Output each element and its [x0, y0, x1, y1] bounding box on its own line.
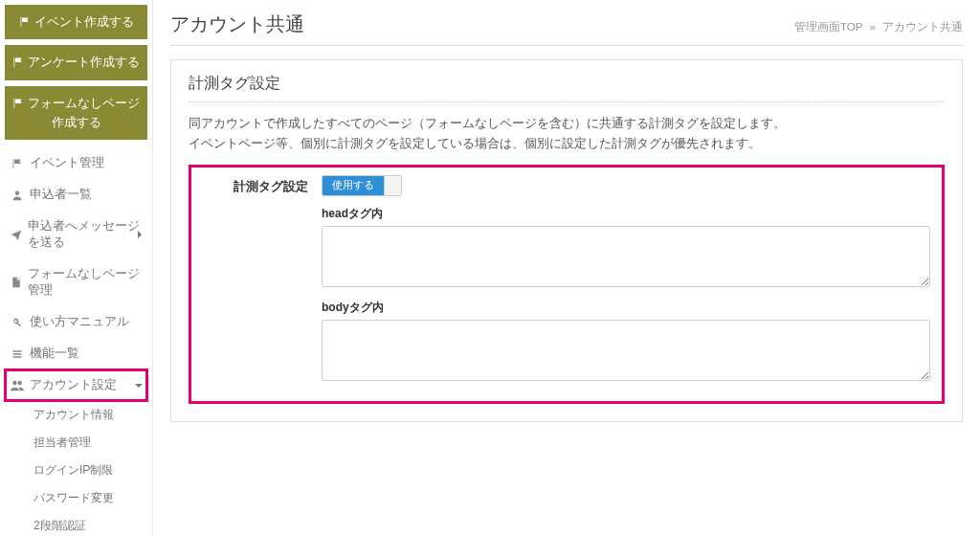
create-formless-button[interactable]: フォームなしページ 作成する: [5, 86, 147, 141]
nav-features[interactable]: 機能一覧: [5, 338, 147, 369]
section-title: 計測タグ設定: [189, 74, 945, 102]
chevron-down-icon: [134, 382, 144, 390]
nav-formless-mgmt[interactable]: フォームなしページ管理: [5, 258, 147, 306]
list-icon: [11, 347, 24, 361]
nav-two-factor[interactable]: 2段階認証: [24, 512, 147, 536]
breadcrumb: 管理画面TOP » アカウント共通: [794, 20, 963, 34]
nav-ip-limit[interactable]: ログインIP制限: [24, 457, 147, 484]
page-title: アカウント共通: [170, 11, 304, 37]
nav-msg-applicants[interactable]: 申込者へメッセージを送る: [5, 211, 147, 258]
section-desc: 同アカウントで作成したすべてのページ（フォームなしページを含む）に共通する計測タ…: [189, 114, 945, 155]
form-area-highlighted: 計測タグ設定 使用する headタグ内 bodyタグ内: [189, 165, 945, 404]
user-icon: [11, 189, 24, 202]
head-tag-label: headタグ内: [322, 206, 930, 222]
body-tag-label: bodyタグ内: [322, 300, 930, 316]
file-icon: [11, 276, 22, 289]
nav-staff[interactable]: 担当者管理: [24, 429, 147, 457]
flag-icon: [12, 98, 24, 109]
flag-icon: [11, 157, 24, 170]
nav-pw-change[interactable]: パスワード変更: [24, 484, 147, 512]
toggle-on-label: 使用する: [323, 175, 384, 195]
toggle-tracking-enabled[interactable]: 使用する: [322, 175, 402, 196]
breadcrumb-top[interactable]: 管理画面TOP: [794, 21, 862, 33]
send-icon: [11, 228, 22, 241]
chevron-right-icon: [136, 230, 144, 239]
body-tag-textarea[interactable]: [322, 320, 930, 381]
flag-icon: [19, 16, 31, 28]
subnav-account: アカウント情報 担当者管理 ログインIP制限 パスワード変更 2段階認証 アカウ…: [5, 401, 147, 536]
nav-account-info[interactable]: アカウント情報: [24, 401, 147, 429]
main-content: アカウント共通 管理画面TOP » アカウント共通 計測タグ設定 同アカウントで…: [153, 0, 980, 536]
nav-applicants[interactable]: 申込者一覧: [5, 179, 147, 211]
nav-event-mgmt[interactable]: イベント管理: [5, 147, 147, 179]
nav-manual[interactable]: 使い方マニュアル: [5, 306, 147, 338]
head-tag-textarea[interactable]: [322, 226, 930, 287]
users-icon: [11, 379, 24, 392]
search-icon: [11, 316, 24, 329]
section-tracking: 計測タグ設定 同アカウントで作成したすべてのページ（フォームなしページを含む）に…: [170, 59, 963, 422]
sidebar: イベント作成する アンケート作成する フォームなしページ 作成する イベント管理…: [0, 0, 153, 536]
create-survey-button[interactable]: アンケート作成する: [5, 45, 147, 79]
breadcrumb-current: アカウント共通: [882, 21, 963, 33]
create-event-button[interactable]: イベント作成する: [5, 5, 147, 39]
flag-icon: [12, 56, 24, 68]
form-label-tracking: 計測タグ設定: [203, 175, 308, 384]
nav-list: イベント管理 申込者一覧 申込者へメッセージを送る フォームなしページ管理 使い…: [5, 147, 147, 401]
toggle-handle: [384, 176, 401, 195]
nav-account-settings[interactable]: アカウント設定: [5, 369, 147, 401]
